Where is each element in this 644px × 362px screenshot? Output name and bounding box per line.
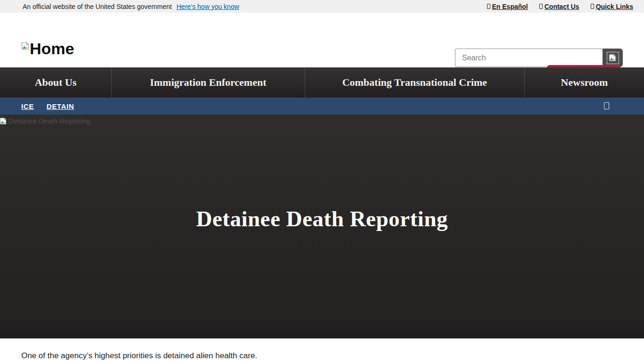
main-nav: About Us Immigration Enforcement Combati… — [0, 67, 644, 98]
intro-paragraph: One of the agency’s highest priorities i… — [21, 351, 257, 361]
share-icon[interactable] — [604, 102, 609, 109]
search-button-icon-frame — [607, 52, 619, 64]
contact-us-label: Contact Us — [545, 3, 579, 10]
flag-icon — [487, 4, 490, 9]
gov-banner-left: An official website of the United States… — [0, 3, 239, 10]
main-content: One of the agency’s highest priorities i… — [0, 338, 644, 362]
breadcrumb-ice-link[interactable]: ICE — [21, 102, 34, 110]
quick-links-label: Quick Links — [596, 3, 633, 10]
broken-image-icon — [21, 42, 30, 50]
phone-icon — [539, 4, 543, 9]
broken-image-icon — [609, 54, 617, 62]
gov-banner: An official website of the United States… — [0, 0, 644, 13]
hero-broken-image: Detainee Death Reporting — [0, 117, 90, 125]
site-header: Home — [0, 13, 644, 67]
search-button[interactable] — [603, 49, 623, 67]
nav-item-about-us[interactable]: About Us — [0, 67, 111, 98]
home-logo-alt-text: Home — [30, 40, 74, 58]
search-input[interactable] — [455, 49, 603, 67]
broken-image-icon — [0, 117, 7, 125]
page: An official website of the United States… — [0, 0, 644, 362]
gov-banner-links: En Español Contact Us Quick Links — [487, 0, 634, 13]
hero-image-alt-text: Detainee Death Reporting — [8, 117, 90, 125]
en-espanol-link[interactable]: En Español — [487, 3, 528, 10]
en-espanol-label: En Español — [492, 3, 528, 10]
search-widget — [455, 49, 623, 67]
breadcrumb: ICE DETAIN — [0, 98, 644, 115]
nav-item-combating-transnational-crime[interactable]: Combating Transnational Crime — [305, 67, 524, 98]
heres-how-you-know-link[interactable]: Here’s how you know — [176, 3, 239, 10]
hero-section: Detainee Death Reporting Detainee Death … — [0, 115, 644, 338]
hero-bottom-shade — [0, 330, 644, 338]
links-icon — [591, 4, 594, 9]
page-title: Detainee Death Reporting — [0, 206, 644, 231]
quick-links-link[interactable]: Quick Links — [591, 3, 633, 10]
nav-item-newsroom[interactable]: Newsroom — [524, 67, 644, 98]
home-logo-link[interactable]: Home — [21, 40, 74, 58]
breadcrumb-detain-link[interactable]: DETAIN — [47, 102, 74, 110]
official-website-text: An official website of the United States… — [23, 3, 172, 10]
nav-item-immigration-enforcement[interactable]: Immigration Enforcement — [111, 67, 305, 98]
contact-us-link[interactable]: Contact Us — [539, 3, 579, 10]
